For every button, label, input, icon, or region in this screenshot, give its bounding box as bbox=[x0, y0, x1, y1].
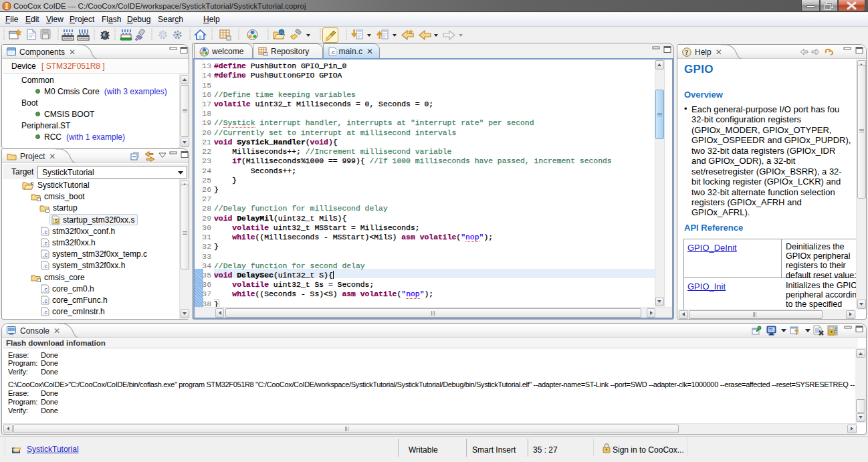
svg-text:.c: .c bbox=[43, 298, 48, 304]
svg-text:.c: .c bbox=[43, 309, 48, 316]
svg-text:c: c bbox=[31, 181, 34, 186]
svg-text:.c: .c bbox=[43, 251, 48, 258]
svg-text:S: S bbox=[55, 218, 58, 224]
svg-text:.c: .c bbox=[43, 229, 48, 235]
svg-text:.c: .c bbox=[43, 263, 48, 269]
svg-text:.c: .c bbox=[43, 240, 48, 247]
svg-text:?: ? bbox=[685, 48, 688, 55]
svg-text:.c: .c bbox=[43, 286, 48, 293]
svg-text:.c: .c bbox=[330, 49, 336, 55]
